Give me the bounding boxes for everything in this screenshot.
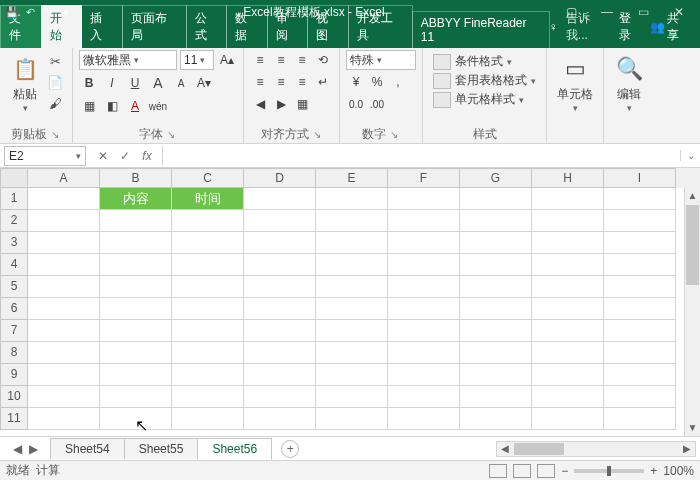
- cell[interactable]: [316, 408, 388, 430]
- cell[interactable]: [28, 342, 100, 364]
- cell[interactable]: [604, 386, 676, 408]
- col-header[interactable]: H: [532, 168, 604, 188]
- col-header[interactable]: B: [100, 168, 172, 188]
- cell[interactable]: [244, 298, 316, 320]
- scroll-thumb[interactable]: [686, 205, 699, 285]
- cell[interactable]: [604, 364, 676, 386]
- font-color-icon[interactable]: A: [125, 96, 145, 116]
- cell[interactable]: [532, 320, 604, 342]
- cell[interactable]: [100, 364, 172, 386]
- editing-button[interactable]: 🔍编辑▾: [610, 50, 648, 115]
- cell[interactable]: [604, 320, 676, 342]
- cell[interactable]: [532, 298, 604, 320]
- cell[interactable]: [316, 232, 388, 254]
- cell[interactable]: [28, 276, 100, 298]
- cell[interactable]: [172, 364, 244, 386]
- row-header[interactable]: 4: [0, 254, 28, 276]
- align-center-icon[interactable]: ≡: [271, 72, 291, 92]
- cell[interactable]: [172, 210, 244, 232]
- cell[interactable]: [100, 342, 172, 364]
- cell[interactable]: 时间: [172, 188, 244, 210]
- undo-icon[interactable]: ↶: [22, 4, 38, 20]
- cell[interactable]: [532, 254, 604, 276]
- cell[interactable]: [460, 232, 532, 254]
- dialog-launcher-icon[interactable]: ↘: [388, 129, 400, 140]
- cell[interactable]: [388, 364, 460, 386]
- cut-icon[interactable]: ✂: [46, 52, 64, 70]
- cell[interactable]: [316, 210, 388, 232]
- cell[interactable]: [100, 386, 172, 408]
- cell[interactable]: [172, 408, 244, 430]
- col-header[interactable]: A: [28, 168, 100, 188]
- cell[interactable]: [532, 188, 604, 210]
- horizontal-scrollbar[interactable]: ◀ ▶: [496, 441, 696, 457]
- zoom-slider[interactable]: [574, 469, 644, 473]
- col-header[interactable]: C: [172, 168, 244, 188]
- cell[interactable]: [28, 408, 100, 430]
- enter-icon[interactable]: ✓: [114, 149, 136, 163]
- cell[interactable]: [172, 232, 244, 254]
- sheet-tab-active[interactable]: Sheet56: [197, 438, 272, 460]
- cell[interactable]: [28, 210, 100, 232]
- increase-indent-icon[interactable]: ▶: [271, 94, 291, 114]
- zoom-out-icon[interactable]: −: [561, 464, 568, 478]
- dialog-launcher-icon[interactable]: ↘: [165, 129, 177, 140]
- redo-icon[interactable]: ↷: [40, 4, 56, 20]
- cell[interactable]: [460, 386, 532, 408]
- cell[interactable]: [316, 320, 388, 342]
- sheet-nav-next-icon[interactable]: ▶: [26, 442, 40, 456]
- align-top-icon[interactable]: ≡: [250, 50, 270, 70]
- cell[interactable]: 内容: [100, 188, 172, 210]
- cell[interactable]: [460, 188, 532, 210]
- row-header[interactable]: 6: [0, 298, 28, 320]
- cell[interactable]: [244, 320, 316, 342]
- vertical-scrollbar[interactable]: ▲ ▼: [684, 188, 700, 436]
- cell[interactable]: [172, 276, 244, 298]
- col-header[interactable]: I: [604, 168, 676, 188]
- format-painter-icon[interactable]: 🖌: [46, 94, 64, 112]
- row-header[interactable]: 11: [0, 408, 28, 430]
- cell[interactable]: [532, 408, 604, 430]
- close-icon[interactable]: ✕: [662, 5, 696, 19]
- cell[interactable]: [604, 188, 676, 210]
- tell-me-input[interactable]: 告诉我...: [566, 10, 611, 44]
- view-break-icon[interactable]: [537, 464, 555, 478]
- cell[interactable]: [100, 276, 172, 298]
- row-header[interactable]: 8: [0, 342, 28, 364]
- orientation-icon[interactable]: ⟲: [313, 50, 333, 70]
- cell[interactable]: [100, 254, 172, 276]
- col-header[interactable]: D: [244, 168, 316, 188]
- cell[interactable]: [28, 364, 100, 386]
- border-icon[interactable]: ▦: [79, 96, 99, 116]
- cell[interactable]: [244, 254, 316, 276]
- row-header[interactable]: 3: [0, 232, 28, 254]
- cell[interactable]: [244, 188, 316, 210]
- phonetic-icon[interactable]: wén: [148, 96, 168, 116]
- cell[interactable]: [388, 254, 460, 276]
- cell[interactable]: [460, 254, 532, 276]
- expand-formula-icon[interactable]: ⌄: [680, 150, 700, 161]
- zoom-in-icon[interactable]: +: [650, 464, 657, 478]
- row-header[interactable]: 1: [0, 188, 28, 210]
- cell[interactable]: [316, 364, 388, 386]
- cell[interactable]: [28, 386, 100, 408]
- cell[interactable]: [316, 342, 388, 364]
- view-normal-icon[interactable]: [489, 464, 507, 478]
- cell-styles-button[interactable]: 单元格样式▾: [429, 90, 528, 109]
- cell[interactable]: [244, 232, 316, 254]
- cell[interactable]: [316, 188, 388, 210]
- name-box[interactable]: E2▾: [4, 146, 86, 166]
- cell[interactable]: [460, 276, 532, 298]
- cell[interactable]: [532, 210, 604, 232]
- wrap-text-icon[interactable]: ↵: [313, 72, 333, 92]
- cell[interactable]: [100, 408, 172, 430]
- cell[interactable]: [28, 254, 100, 276]
- scroll-up-icon[interactable]: ▲: [685, 188, 700, 204]
- cell[interactable]: [172, 298, 244, 320]
- cell[interactable]: [316, 254, 388, 276]
- new-sheet-button[interactable]: +: [281, 440, 299, 458]
- align-left-icon[interactable]: ≡: [250, 72, 270, 92]
- cell[interactable]: [460, 342, 532, 364]
- maximize-icon[interactable]: ▭: [626, 5, 660, 19]
- cell[interactable]: [244, 276, 316, 298]
